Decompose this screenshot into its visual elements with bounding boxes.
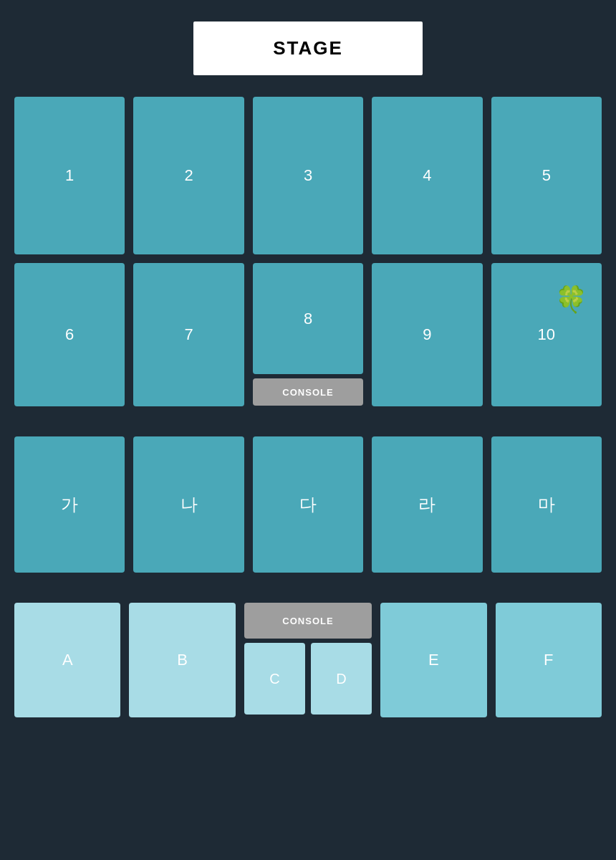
row-korean: 가 나 다 라 마 [14,436,602,573]
section-na[interactable]: 나 [133,436,244,573]
console-1-label: CONSOLE [282,387,333,398]
section-4[interactable]: 4 [372,97,482,254]
section-b-label: B [177,651,188,669]
console-cd-wrapper: CONSOLE C D [244,603,372,717]
row-bottom: A B CONSOLE C D E F [14,603,602,717]
section-e-label: E [428,651,439,669]
row-1: 1 2 3 4 5 [14,97,602,254]
section-ga-label: 가 [61,493,78,516]
section-4-label: 4 [423,166,431,185]
section-5[interactable]: 5 [491,97,602,254]
section-6-label: 6 [65,325,74,344]
section-3-label: 3 [304,166,312,185]
section-5-label: 5 [542,166,551,185]
section-7[interactable]: 7 [133,263,244,406]
row-2: 6 7 8 CONSOLE 9 🍀 10 [14,263,602,406]
section-b[interactable]: B [129,603,235,717]
section-f[interactable]: F [496,603,602,717]
section-da[interactable]: 다 [253,436,363,573]
section-a[interactable]: A [14,603,120,717]
section-1[interactable]: 1 [14,97,125,254]
section-9-label: 9 [423,325,431,344]
section-8-wrapper: 8 CONSOLE [253,263,363,406]
console-2-label: CONSOLE [282,616,333,626]
section-ma[interactable]: 마 [491,436,602,573]
section-ra[interactable]: 라 [372,436,482,573]
section-c-label: C [269,671,279,687]
section-2-label: 2 [184,166,193,185]
seating-layout: STAGE 1 2 3 4 5 6 7 8 CONS [14,22,602,722]
section-3[interactable]: 3 [253,97,363,254]
section-1-label: 1 [65,166,74,185]
clover-icon: 🍀 [555,285,587,315]
section-8-label: 8 [304,310,312,328]
stage-label: STAGE [273,37,343,59]
section-e[interactable]: E [380,603,486,717]
section-da-label: 다 [299,493,317,516]
console-2: CONSOLE [244,603,372,639]
section-a-label: A [62,651,73,669]
section-10-label: 10 [538,325,555,344]
cd-row: C D [244,643,372,715]
section-ga[interactable]: 가 [14,436,125,573]
section-d[interactable]: D [311,643,372,715]
section-d-label: D [336,671,346,687]
section-9[interactable]: 9 [372,263,482,406]
stage: STAGE [193,22,423,75]
console-1: CONSOLE [253,378,363,406]
section-na-label: 나 [181,493,198,516]
section-ra-label: 라 [418,493,435,516]
section-6[interactable]: 6 [14,263,125,406]
section-8[interactable]: 8 [253,263,363,374]
section-10[interactable]: 🍀 10 [491,263,602,406]
section-2[interactable]: 2 [133,97,244,254]
section-c[interactable]: C [244,643,305,715]
section-7-label: 7 [184,325,193,344]
section-f-label: F [544,651,553,669]
section-ma-label: 마 [538,493,555,516]
